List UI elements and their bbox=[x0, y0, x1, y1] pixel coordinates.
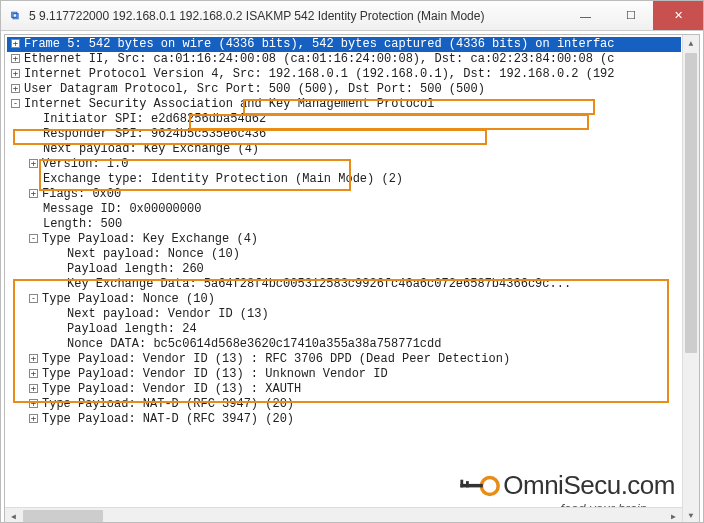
svg-rect-2 bbox=[461, 479, 464, 487]
tree-row-vendor-id-unknown[interactable]: +Type Payload: Vendor ID (13) : Unknown … bbox=[7, 367, 681, 382]
close-button[interactable]: ✕ bbox=[653, 1, 703, 30]
tree-row-next-payload[interactable]: Next payload: Key Exchange (4) bbox=[7, 142, 681, 157]
app-icon: ⧉ bbox=[7, 8, 23, 24]
collapse-icon[interactable]: - bbox=[29, 234, 38, 243]
row-text: Payload length: 24 bbox=[67, 322, 197, 336]
horizontal-scrollbar[interactable]: ◀ ▶ bbox=[5, 507, 682, 523]
row-text: Responder SPI: 9624b5c535e6c436 bbox=[43, 127, 266, 141]
tree-row-ke-next[interactable]: Next payload: Nonce (10) bbox=[7, 247, 681, 262]
tree-row-ethernet[interactable]: +Ethernet II, Src: ca:01:16:24:00:08 (ca… bbox=[7, 52, 681, 67]
tree-lines: +Frame 5: 542 bytes on wire (4336 bits),… bbox=[7, 37, 699, 447]
row-text: Version: 1.0 bbox=[42, 157, 128, 171]
packet-details-pane[interactable]: +Frame 5: 542 bytes on wire (4336 bits),… bbox=[4, 34, 700, 523]
tree-row-frame[interactable]: +Frame 5: 542 bytes on wire (4336 bits),… bbox=[7, 37, 681, 52]
expand-icon[interactable]: + bbox=[29, 354, 38, 363]
vertical-scrollbar[interactable]: ▲ ▼ bbox=[682, 35, 699, 523]
scroll-down-icon[interactable]: ▼ bbox=[683, 507, 699, 523]
row-text: Initiator SPI: e2d68256dba54d62 bbox=[43, 112, 266, 126]
tree-row-natd-2[interactable]: +Type Payload: NAT-D (RFC 3947) (20) bbox=[7, 412, 681, 427]
row-text: Internet Security Association and Key Ma… bbox=[24, 97, 434, 111]
scroll-thumb[interactable] bbox=[23, 510, 103, 522]
tree-row-natd-1[interactable]: +Type Payload: NAT-D (RFC 3947) (20) bbox=[7, 397, 681, 412]
expand-icon[interactable]: + bbox=[11, 69, 20, 78]
window-title: 5 9.117722000 192.168.0.1 192.168.0.2 IS… bbox=[29, 9, 563, 23]
row-text: Length: 500 bbox=[43, 217, 122, 231]
expand-icon[interactable]: + bbox=[29, 399, 38, 408]
tree-row-message-id[interactable]: Message ID: 0x00000000 bbox=[7, 202, 681, 217]
tree-row-ke-length[interactable]: Payload length: 260 bbox=[7, 262, 681, 277]
collapse-icon[interactable]: - bbox=[29, 294, 38, 303]
svg-point-0 bbox=[482, 477, 499, 494]
tree-row-length[interactable]: Length: 500 bbox=[7, 217, 681, 232]
tree-row-nonce[interactable]: -Type Payload: Nonce (10) bbox=[7, 292, 681, 307]
expand-icon[interactable]: + bbox=[11, 39, 20, 48]
tree-row-vendor-id-xauth[interactable]: +Type Payload: Vendor ID (13) : XAUTH bbox=[7, 382, 681, 397]
expand-icon[interactable]: + bbox=[11, 54, 20, 63]
svg-rect-3 bbox=[466, 481, 469, 487]
tree-row-isakmp[interactable]: -Internet Security Association and Key M… bbox=[7, 97, 681, 112]
scroll-right-icon[interactable]: ▶ bbox=[665, 508, 682, 523]
minimize-button[interactable]: — bbox=[563, 1, 608, 30]
expand-icon[interactable]: + bbox=[11, 84, 20, 93]
key-icon bbox=[459, 472, 501, 500]
row-text: Flags: 0x00 bbox=[42, 187, 121, 201]
tree-row-flags[interactable]: +Flags: 0x00 bbox=[7, 187, 681, 202]
tree-row-ke-data[interactable]: Key Exchange Data: 5a64f28f4bc005312583c… bbox=[7, 277, 681, 292]
tree-row-udp[interactable]: +User Datagram Protocol, Src Port: 500 (… bbox=[7, 82, 681, 97]
row-text: Internet Protocol Version 4, Src: 192.16… bbox=[24, 67, 615, 81]
row-text: Ethernet II, Src: ca:01:16:24:00:08 (ca:… bbox=[24, 52, 615, 66]
row-text: Next payload: Key Exchange (4) bbox=[43, 142, 259, 156]
expand-icon[interactable]: + bbox=[29, 384, 38, 393]
row-text: Frame 5: 542 bytes on wire (4336 bits), … bbox=[24, 37, 615, 51]
tree-row-vendor-id-dpd[interactable]: +Type Payload: Vendor ID (13) : RFC 3706… bbox=[7, 352, 681, 367]
row-text: Type Payload: NAT-D (RFC 3947) (20) bbox=[42, 397, 294, 411]
tree-row-ip[interactable]: +Internet Protocol Version 4, Src: 192.1… bbox=[7, 67, 681, 82]
row-text: Message ID: 0x00000000 bbox=[43, 202, 201, 216]
row-text: Payload length: 260 bbox=[67, 262, 204, 276]
brand-text: OmniSecu.com bbox=[459, 470, 675, 501]
window-buttons: — ☐ ✕ bbox=[563, 1, 703, 30]
tree-row-nonce-next[interactable]: Next payload: Vendor ID (13) bbox=[7, 307, 681, 322]
tree-row-responder-spi[interactable]: Responder SPI: 9624b5c535e6c436 bbox=[7, 127, 681, 142]
scroll-thumb[interactable] bbox=[685, 53, 697, 353]
row-text: Type Payload: Key Exchange (4) bbox=[42, 232, 258, 246]
row-text: Next payload: Vendor ID (13) bbox=[67, 307, 269, 321]
row-text: Type Payload: Vendor ID (13) : XAUTH bbox=[42, 382, 301, 396]
row-text: Type Payload: Nonce (10) bbox=[42, 292, 215, 306]
expand-icon[interactable]: + bbox=[29, 189, 38, 198]
row-text: Type Payload: Vendor ID (13) : Unknown V… bbox=[42, 367, 388, 381]
tree-row-initiator-spi[interactable]: Initiator SPI: e2d68256dba54d62 bbox=[7, 112, 681, 127]
row-text: Exchange type: Identity Protection (Main… bbox=[43, 172, 403, 186]
row-text: Next payload: Nonce (10) bbox=[67, 247, 240, 261]
row-text: Type Payload: Vendor ID (13) : RFC 3706 … bbox=[42, 352, 510, 366]
row-text: Nonce DATA: bc5c0614d568e3620c17410a355a… bbox=[67, 337, 441, 351]
scroll-left-icon[interactable]: ◀ bbox=[5, 508, 22, 523]
window-titlebar: ⧉ 5 9.117722000 192.168.0.1 192.168.0.2 … bbox=[1, 1, 703, 31]
expand-icon[interactable]: + bbox=[29, 414, 38, 423]
expand-icon[interactable]: + bbox=[29, 159, 38, 168]
tree-row-nonce-length[interactable]: Payload length: 24 bbox=[7, 322, 681, 337]
row-text: Type Payload: NAT-D (RFC 3947) (20) bbox=[42, 412, 294, 426]
brand-name: OmniSecu.com bbox=[503, 470, 675, 501]
collapse-icon[interactable]: - bbox=[11, 99, 20, 108]
tree-row-version[interactable]: +Version: 1.0 bbox=[7, 157, 681, 172]
tree-row-key-exchange[interactable]: -Type Payload: Key Exchange (4) bbox=[7, 232, 681, 247]
tree-row-nonce-data[interactable]: Nonce DATA: bc5c0614d568e3620c17410a355a… bbox=[7, 337, 681, 352]
expand-icon[interactable]: + bbox=[29, 369, 38, 378]
maximize-button[interactable]: ☐ bbox=[608, 1, 653, 30]
scroll-up-icon[interactable]: ▲ bbox=[683, 35, 699, 52]
tree-row-exchange-type[interactable]: Exchange type: Identity Protection (Main… bbox=[7, 172, 681, 187]
row-text: Key Exchange Data: 5a64f28f4bc005312583c… bbox=[67, 277, 571, 291]
svg-rect-1 bbox=[461, 483, 483, 487]
row-text: User Datagram Protocol, Src Port: 500 (5… bbox=[24, 82, 485, 96]
